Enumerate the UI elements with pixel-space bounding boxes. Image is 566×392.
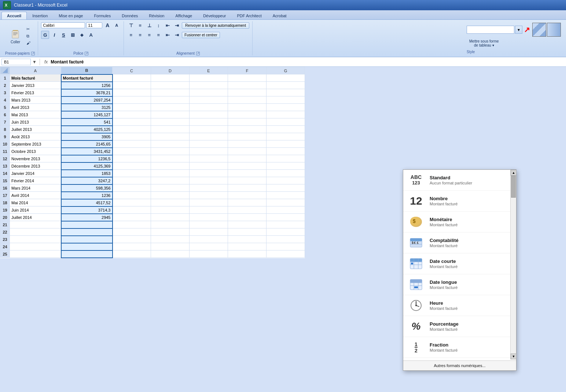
align-middle-button[interactable]: ≡ xyxy=(136,21,144,29)
align-justify-button[interactable]: ≡ xyxy=(154,31,162,39)
cell-b-25[interactable] xyxy=(61,250,113,258)
mettre-tableau-button[interactable]: Mettre sous forme de tableau ▾ xyxy=(467,38,501,48)
cell-f-12[interactable] xyxy=(228,155,267,162)
cell-c-4[interactable] xyxy=(113,96,151,104)
cell-g-8[interactable] xyxy=(267,126,305,133)
cell-d-19[interactable] xyxy=(151,206,190,214)
cell-e-25[interactable] xyxy=(190,250,228,258)
cell-g-23[interactable] xyxy=(267,236,305,243)
style-icon-1[interactable] xyxy=(532,23,546,37)
cell-c-22[interactable] xyxy=(113,228,151,236)
cell-f-14[interactable] xyxy=(228,170,267,177)
align-center-button[interactable]: ≡ xyxy=(136,31,144,39)
cell-c-24[interactable] xyxy=(113,243,151,250)
cell-g-19[interactable] xyxy=(267,206,305,214)
cell-d-22[interactable] xyxy=(151,228,190,236)
cell-f-15[interactable] xyxy=(228,177,267,184)
tab-accueil[interactable]: Accueil xyxy=(1,12,27,19)
cell-c-8[interactable] xyxy=(113,126,151,133)
cell-f-21[interactable] xyxy=(228,221,267,228)
italic-button[interactable]: I xyxy=(50,31,58,39)
cell-c-23[interactable] xyxy=(113,236,151,243)
cell-a-12[interactable]: Novembre 2013 xyxy=(10,155,61,162)
cell-g-13[interactable] xyxy=(267,162,305,170)
cell-d-3[interactable] xyxy=(151,89,190,96)
format-dropdown-scroll[interactable]: ABC 123 Standard Aucun format particulie… xyxy=(403,170,516,360)
cell-e-2[interactable] xyxy=(190,82,228,89)
cell-f-9[interactable] xyxy=(228,133,267,140)
cell-b-4[interactable]: 2697,254 xyxy=(61,96,113,104)
cell-c-6[interactable] xyxy=(113,111,151,118)
cell-d-9[interactable] xyxy=(151,133,190,140)
col-header-g[interactable]: G xyxy=(267,67,305,74)
cell-c-13[interactable] xyxy=(113,162,151,170)
reproduire-button[interactable]: 🖌 xyxy=(25,40,32,46)
cell-c-3[interactable] xyxy=(113,89,151,96)
col-header-a[interactable]: A xyxy=(10,67,61,74)
cell-a-9[interactable]: Août 2013 xyxy=(10,133,61,140)
text-direction-button[interactable]: ↕ xyxy=(154,21,162,29)
cell-g-22[interactable] xyxy=(267,228,305,236)
cell-g-3[interactable] xyxy=(267,89,305,96)
number-format-dropdown-button[interactable]: ▼ xyxy=(515,26,522,34)
col-header-d[interactable]: D xyxy=(151,67,190,74)
align-bottom-button[interactable]: ⊥ xyxy=(145,21,153,29)
scroll-thumb[interactable] xyxy=(511,176,516,198)
cell-a-3[interactable]: Février 2013 xyxy=(10,89,61,96)
cell-b-10[interactable]: 2145,65 xyxy=(61,140,113,148)
cell-e-5[interactable] xyxy=(190,104,228,111)
cell-b-2[interactable]: 1256 xyxy=(61,82,113,89)
cell-a-6[interactable]: Mai 2013 xyxy=(10,111,61,118)
cell-d-21[interactable] xyxy=(151,221,190,228)
cell-e-14[interactable] xyxy=(190,170,228,177)
indent-increase-button[interactable]: ⇥ xyxy=(173,21,181,29)
cell-b-22[interactable] xyxy=(61,228,113,236)
format-date-courte[interactable]: Date courte Montant facturé xyxy=(403,253,516,274)
cell-d-15[interactable] xyxy=(151,177,190,184)
cell-b-5[interactable]: 3125 xyxy=(61,104,113,111)
cell-c-18[interactable] xyxy=(113,199,151,206)
cell-g-20[interactable] xyxy=(267,214,305,221)
cell-g-1[interactable] xyxy=(267,74,305,82)
cell-b-14[interactable]: 1853 xyxy=(61,170,113,177)
cell-a-15[interactable]: Février 2014 xyxy=(10,177,61,184)
font-color-button[interactable]: A xyxy=(87,31,95,39)
format-fraction[interactable]: 1 2 Fraction Montant facturé xyxy=(403,337,516,358)
cell-c-17[interactable] xyxy=(113,192,151,199)
tab-donnees[interactable]: Données xyxy=(116,12,143,19)
cell-b-16[interactable]: 598,356 xyxy=(61,184,113,192)
cell-f-7[interactable] xyxy=(228,118,267,126)
cell-b-15[interactable]: 3247,2 xyxy=(61,177,113,184)
cell-g-21[interactable] xyxy=(267,221,305,228)
cell-g-4[interactable] xyxy=(267,96,305,104)
cell-c-2[interactable] xyxy=(113,82,151,89)
cell-e-10[interactable] xyxy=(190,140,228,148)
cell-d-17[interactable] xyxy=(151,192,190,199)
cell-e-3[interactable] xyxy=(190,89,228,96)
align-top-button[interactable]: ⊤ xyxy=(127,21,135,29)
cell-b-3[interactable]: 3678,21 xyxy=(61,89,113,96)
merge-center-button[interactable]: Fusionner et centrer xyxy=(182,32,220,38)
cell-e-22[interactable] xyxy=(190,228,228,236)
cell-b-23[interactable] xyxy=(61,236,113,243)
cell-a-25[interactable] xyxy=(10,250,61,258)
cell-a-11[interactable]: Octobre 2013 xyxy=(10,148,61,155)
cell-d-24[interactable] xyxy=(151,243,190,250)
font-size-increase-button[interactable]: A xyxy=(103,21,111,29)
cell-d-2[interactable] xyxy=(151,82,190,89)
cell-g-10[interactable] xyxy=(267,140,305,148)
cell-g-6[interactable] xyxy=(267,111,305,118)
cell-f-5[interactable] xyxy=(228,104,267,111)
cell-e-17[interactable] xyxy=(190,192,228,199)
cell-c-21[interactable] xyxy=(113,221,151,228)
cell-a-23[interactable] xyxy=(10,236,61,243)
cell-d-20[interactable] xyxy=(151,214,190,221)
col-header-c[interactable]: C xyxy=(113,67,151,74)
cell-b-11[interactable]: 3431,452 xyxy=(61,148,113,155)
cell-e-13[interactable] xyxy=(190,162,228,170)
cell-d-13[interactable] xyxy=(151,162,190,170)
cell-b-18[interactable]: 4517,52 xyxy=(61,199,113,206)
cell-f-22[interactable] xyxy=(228,228,267,236)
cell-a-20[interactable]: Juillet 2014 xyxy=(10,214,61,221)
scroll-up-arrow[interactable]: ▲ xyxy=(511,170,517,176)
